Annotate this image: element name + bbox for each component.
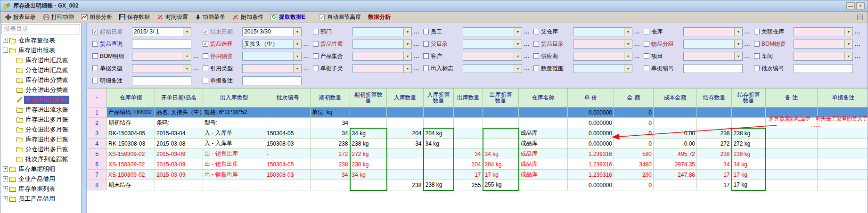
- expand-icon[interactable]: +: [3, 176, 8, 181]
- column-header-qtyOut[interactable]: 出库数量: [454, 89, 483, 107]
- ref-type-dropdown[interactable]: ▼: [242, 64, 302, 73]
- expand-icon[interactable]: +: [3, 38, 8, 43]
- disabled-material-checkbox[interactable]: [203, 53, 208, 59]
- bom-detail-checkbox[interactable]: [92, 53, 98, 59]
- chevron-down-icon[interactable]: ▼: [624, 28, 632, 36]
- project-more-button[interactable]: ...: [745, 53, 752, 59]
- inout-flag-more-button[interactable]: ...: [524, 66, 532, 71]
- ref-type-checkbox[interactable]: [203, 66, 208, 71]
- column-header-convEnd[interactable]: 结存折算 数量: [732, 89, 766, 107]
- item-group-checkbox[interactable]: [644, 41, 649, 47]
- tree-item[interactable]: 批次序列追踪帐: [0, 154, 81, 164]
- chevron-down-icon[interactable]: ▼: [734, 52, 742, 60]
- print-button[interactable]: 打印功能: [43, 13, 74, 21]
- disabled-material-more-button[interactable]: ...: [303, 53, 311, 59]
- column-header-convIn[interactable]: 入库折算 数量: [424, 89, 454, 107]
- end-date-checkbox[interactable]: ✓: [203, 29, 208, 34]
- doc-number-input[interactable]: [683, 64, 743, 73]
- chevron-down-icon[interactable]: ▼: [293, 52, 301, 60]
- doc-subtype-more-button[interactable]: ...: [414, 66, 421, 71]
- goods-select-dropdown[interactable]: 叉接头（中）▼: [242, 40, 302, 49]
- column-header-type[interactable]: 出入库类型: [203, 89, 265, 107]
- chevron-down-icon[interactable]: ▼: [514, 65, 522, 73]
- fetch-data-button[interactable]: 提取数据E: [270, 13, 305, 21]
- warehouse-more-button[interactable]: ...: [745, 29, 752, 34]
- disabled-material-dropdown[interactable]: ▼: [242, 52, 302, 61]
- end-date-dropdown[interactable]: 2015/ 3/30▼: [242, 27, 302, 36]
- chevron-down-icon[interactable]: ▼: [844, 40, 852, 48]
- chevron-down-icon[interactable]: ▼: [403, 28, 411, 36]
- expand-icon[interactable]: +: [3, 196, 8, 201]
- supplier-more-button[interactable]: ...: [634, 53, 642, 59]
- expand-icon[interactable]: +: [3, 166, 8, 172]
- qty-range-dropdown[interactable]: ▼: [573, 64, 632, 73]
- customer-dropdown[interactable]: ▼: [463, 52, 522, 61]
- goods-query-checkbox[interactable]: [92, 41, 98, 47]
- chevron-down-icon[interactable]: ▼: [734, 28, 742, 36]
- tree-item[interactable]: -库存进出报表: [0, 45, 81, 55]
- doc-subtype-checkbox[interactable]: [313, 66, 319, 71]
- doc-type-dropdown[interactable]: ▼: [132, 64, 191, 73]
- tree-item[interactable]: 库存进出明细账: [0, 95, 81, 105]
- bom-detail-more-button[interactable]: ...: [193, 53, 201, 59]
- parent-directory-dropdown[interactable]: ▼: [463, 40, 522, 49]
- start-date-checkbox[interactable]: ✓: [92, 29, 98, 34]
- panel-splitter[interactable]: [82, 23, 87, 213]
- column-header-batch[interactable]: 批次编号: [265, 89, 311, 107]
- doc-note-input[interactable]: [242, 76, 302, 85]
- product-set-more-button[interactable]: ...: [414, 53, 421, 59]
- goods-query-input[interactable]: [132, 40, 191, 49]
- product-set-dropdown[interactable]: ▼: [352, 52, 412, 61]
- employee-more-button[interactable]: ...: [524, 29, 532, 34]
- employee-checkbox[interactable]: [423, 29, 429, 34]
- department-more-button[interactable]: ...: [414, 29, 421, 34]
- inout-flag-dropdown[interactable]: ▼: [463, 64, 522, 73]
- tree-item[interactable]: +企业产品借用: [0, 174, 81, 184]
- chevron-down-icon[interactable]: ▼: [624, 65, 632, 73]
- customer-more-button[interactable]: ...: [524, 53, 532, 59]
- chevron-down-icon[interactable]: ▼: [844, 52, 852, 60]
- ref-type-more-button[interactable]: ...: [303, 66, 311, 71]
- workshop-checkbox[interactable]: [754, 53, 760, 59]
- doc-type-more-button[interactable]: ...: [193, 66, 201, 71]
- related-warehouse-dropdown[interactable]: ▼: [794, 27, 853, 36]
- tree-item[interactable]: 库存进出分类账: [0, 75, 81, 85]
- column-header-price[interactable]: 单 价: [568, 89, 614, 107]
- chart-analysis-button[interactable]: 图形分析: [81, 13, 112, 21]
- chevron-down-icon[interactable]: ▼: [403, 40, 411, 48]
- tree-item[interactable]: +库存单据明细: [0, 164, 81, 174]
- auto-height-checkbox[interactable]: ✓自动调节高度: [319, 13, 361, 21]
- tree-item[interactable]: 库存进出多月账: [0, 115, 81, 124]
- column-header-note[interactable]: 备 注: [766, 89, 818, 107]
- doc-number-checkbox[interactable]: [644, 66, 649, 71]
- window-grid-icon[interactable]: [857, 15, 863, 20]
- tree-item[interactable]: 分仓进出汇总账: [0, 65, 81, 75]
- bom-material-checkbox[interactable]: [754, 41, 760, 47]
- goods-property-dropdown[interactable]: ▼: [352, 40, 412, 49]
- chevron-down-icon[interactable]: ▼: [183, 52, 191, 60]
- chevron-down-icon[interactable]: ▼: [844, 28, 852, 36]
- tree-item[interactable]: 分仓进出分类账: [0, 85, 81, 95]
- chevron-down-icon[interactable]: ▼: [624, 52, 632, 60]
- column-header-doc[interactable]: 仓库单据: [107, 89, 155, 107]
- doc-subtype-dropdown[interactable]: ▼: [352, 64, 412, 73]
- project-dropdown[interactable]: ▼: [683, 52, 743, 61]
- column-header-cost[interactable]: 成本金额: [654, 89, 697, 107]
- chevron-down-icon[interactable]: ▼: [293, 28, 301, 36]
- workshop-dropdown[interactable]: ▼: [794, 52, 853, 61]
- chevron-down-icon[interactable]: ▼: [514, 28, 522, 36]
- qty-range-checkbox[interactable]: [533, 66, 539, 71]
- warehouse-checkbox[interactable]: [644, 29, 649, 34]
- reports-directory-button[interactable]: 报表目录: [5, 13, 36, 21]
- chevron-down-icon[interactable]: ▼: [624, 40, 632, 48]
- extra-conditions-button[interactable]: 附加条件: [232, 13, 263, 21]
- parent-warehouse-dropdown[interactable]: ▼: [573, 27, 632, 36]
- tree-item[interactable]: 库存进出汇总账: [0, 55, 81, 65]
- detail-note-input[interactable]: [132, 76, 191, 85]
- inout-flag-checkbox[interactable]: [423, 66, 429, 71]
- column-header-num[interactable]: -: [87, 89, 107, 107]
- goods-directory-more-button[interactable]: ...: [634, 41, 642, 47]
- item-group-dropdown[interactable]: ▼: [683, 40, 743, 49]
- warehouse-dropdown[interactable]: ▼: [683, 27, 743, 36]
- goods-select-checkbox[interactable]: ✓: [203, 41, 208, 47]
